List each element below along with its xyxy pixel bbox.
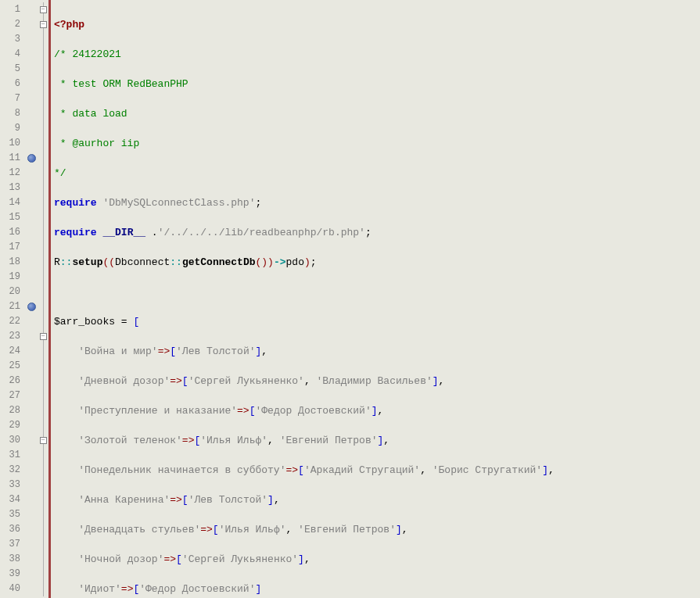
- marker-slot[interactable]: [25, 77, 38, 91]
- line-number[interactable]: 23: [2, 329, 20, 344]
- code-line[interactable]: * data load: [54, 106, 700, 121]
- marker-slot[interactable]: [25, 463, 38, 478]
- code-line[interactable]: 'Золотой теленок'=>['Илья Ильф', 'Евгени…: [54, 433, 700, 448]
- line-number[interactable]: 24: [2, 344, 20, 359]
- line-number[interactable]: 3: [2, 32, 20, 47]
- line-number[interactable]: 18: [2, 255, 20, 270]
- line-number[interactable]: 5: [2, 62, 20, 77]
- line-number[interactable]: 12: [2, 166, 20, 181]
- marker-slot[interactable]: [25, 299, 38, 314]
- line-number[interactable]: 34: [2, 492, 20, 507]
- code-area[interactable]: <?php /* 24122021 * test ORM RedBeanPHP …: [51, 0, 700, 598]
- line-number[interactable]: 17: [2, 240, 20, 255]
- line-number[interactable]: 10: [2, 136, 20, 151]
- line-number[interactable]: 16: [2, 225, 20, 240]
- line-number[interactable]: 8: [2, 106, 20, 121]
- line-number[interactable]: 9: [2, 121, 20, 136]
- marker-slot[interactable]: [25, 62, 38, 77]
- line-number[interactable]: 20: [2, 285, 20, 299]
- code-line[interactable]: 'Анна Каренина'=>['Лев Толстой'],: [54, 492, 700, 507]
- code-line[interactable]: * @aurhor iip: [54, 136, 700, 151]
- marker-slot[interactable]: [25, 47, 38, 62]
- line-number[interactable]: 27: [2, 389, 20, 403]
- breakpoint-icon[interactable]: [27, 303, 36, 311]
- code-line[interactable]: 'Война и мир'=>['Лев Толстой'],: [54, 344, 700, 359]
- line-number[interactable]: 7: [2, 91, 20, 106]
- line-number[interactable]: 6: [2, 77, 20, 91]
- marker-slot[interactable]: [25, 225, 38, 240]
- marker-slot[interactable]: [25, 552, 38, 567]
- line-number[interactable]: 15: [2, 210, 20, 225]
- fold-minus-icon[interactable]: −: [40, 6, 47, 13]
- marker-slot[interactable]: [25, 537, 38, 552]
- marker-slot[interactable]: [25, 195, 38, 210]
- line-number[interactable]: 4: [2, 47, 20, 62]
- marker-slot[interactable]: [25, 374, 38, 389]
- code-line[interactable]: require 'DbMySQLconnectClass.php';: [54, 195, 700, 210]
- marker-slot[interactable]: [25, 329, 38, 344]
- line-number[interactable]: 28: [2, 403, 20, 418]
- line-number[interactable]: 40: [2, 582, 20, 596]
- fold-minus-icon[interactable]: −: [40, 437, 47, 444]
- code-line[interactable]: 'Ночной дозор'=>['Сергей Лукьяненко'],: [54, 552, 700, 567]
- marker-slot[interactable]: [25, 344, 38, 359]
- marker-slot[interactable]: [25, 166, 38, 181]
- code-line[interactable]: $arr_books = [: [54, 314, 700, 329]
- marker-slot[interactable]: [25, 359, 38, 374]
- line-number[interactable]: 19: [2, 270, 20, 285]
- line-number[interactable]: 39: [2, 567, 20, 582]
- code-line[interactable]: <?php: [54, 17, 700, 32]
- marker-slot[interactable]: [25, 2, 38, 17]
- marker-slot[interactable]: [25, 240, 38, 255]
- code-line[interactable]: 'Идиот'=>['Федор Достоевский']: [54, 582, 700, 596]
- line-number[interactable]: 36: [2, 522, 20, 537]
- marker-slot[interactable]: [25, 91, 38, 106]
- line-number[interactable]: 30: [2, 433, 20, 448]
- marker-slot[interactable]: [25, 418, 38, 433]
- marker-slot[interactable]: [25, 314, 38, 329]
- code-line[interactable]: R::setup((Dbconnect::getConnectDb())->pd…: [54, 255, 700, 270]
- marker-slot[interactable]: [25, 433, 38, 448]
- marker-slot[interactable]: [25, 210, 38, 225]
- marker-slot[interactable]: [25, 151, 38, 166]
- code-line[interactable]: * test ORM RedBeanPHP: [54, 77, 700, 91]
- marker-slot[interactable]: [25, 492, 38, 507]
- line-number[interactable]: 11: [2, 151, 20, 166]
- fold-minus-icon[interactable]: −: [40, 21, 47, 28]
- line-number[interactable]: 22: [2, 314, 20, 329]
- marker-slot[interactable]: [25, 121, 38, 136]
- code-line[interactable]: 'Двенадцать стульев'=>['Илья Ильф', 'Евг…: [54, 522, 700, 537]
- marker-slot[interactable]: [25, 448, 38, 463]
- marker-slot[interactable]: [25, 478, 38, 492]
- line-number[interactable]: 21: [2, 299, 20, 314]
- line-number[interactable]: 33: [2, 478, 20, 492]
- line-number[interactable]: 29: [2, 418, 20, 433]
- marker-slot[interactable]: [25, 17, 38, 32]
- marker-slot[interactable]: [25, 567, 38, 582]
- marker-slot[interactable]: [25, 32, 38, 47]
- marker-slot[interactable]: [25, 181, 38, 195]
- line-number[interactable]: 1: [2, 2, 20, 17]
- marker-slot[interactable]: [25, 582, 38, 596]
- marker-slot[interactable]: [25, 255, 38, 270]
- line-number[interactable]: 25: [2, 359, 20, 374]
- marker-slot[interactable]: [25, 522, 38, 537]
- line-number[interactable]: 32: [2, 463, 20, 478]
- marker-slot[interactable]: [25, 106, 38, 121]
- line-number[interactable]: 2: [2, 17, 20, 32]
- code-line[interactable]: 'Дневной дозор'=>['Сергей Лукьяненко', '…: [54, 374, 700, 389]
- line-number[interactable]: 14: [2, 195, 20, 210]
- fold-minus-icon[interactable]: −: [40, 333, 47, 340]
- line-number[interactable]: 35: [2, 507, 20, 522]
- line-number[interactable]: 31: [2, 448, 20, 463]
- code-line[interactable]: /* 24122021: [54, 47, 700, 62]
- marker-slot[interactable]: [25, 136, 38, 151]
- code-line[interactable]: require __DIR__ .'/../../../lib/readbean…: [54, 225, 700, 240]
- breakpoint-icon[interactable]: [27, 154, 36, 163]
- marker-slot[interactable]: [25, 389, 38, 403]
- marker-slot[interactable]: [25, 285, 38, 299]
- line-number[interactable]: 37: [2, 537, 20, 552]
- code-line[interactable]: 'Преступление и наказание'=>['Федор Дост…: [54, 403, 700, 418]
- marker-slot[interactable]: [25, 270, 38, 285]
- code-line[interactable]: */: [54, 166, 700, 181]
